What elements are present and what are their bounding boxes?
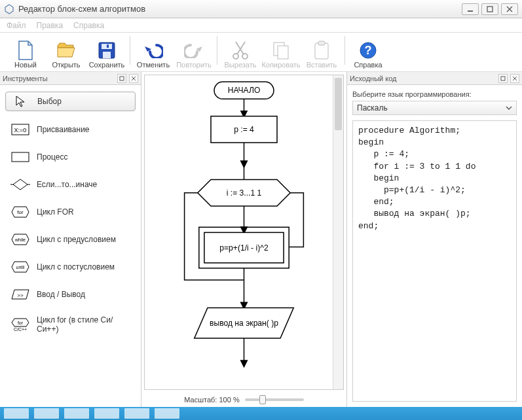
toolbar: Новый Открыть Сохранить Отменить Повтори…: [0, 33, 522, 72]
taskbar-item[interactable]: [155, 408, 179, 419]
open-button[interactable]: Открыть: [46, 39, 86, 70]
svg-rect-17: [120, 77, 124, 80]
toolbar-separator: [345, 36, 345, 65]
tool-label: Цикл с постусловием: [37, 262, 115, 271]
redo-icon: [184, 40, 204, 61]
toolbar-label: Открыть: [52, 61, 80, 69]
window-title: Редактор блок-схем алгоритмов: [18, 4, 145, 14]
maximize-button[interactable]: [481, 3, 498, 15]
tool-io[interactable]: >> Ввод / Вывод: [5, 285, 136, 304]
new-button[interactable]: Новый: [5, 39, 46, 70]
app-icon: [4, 4, 14, 14]
toolbar-separator: [217, 36, 217, 65]
svg-rect-5: [103, 52, 111, 58]
flowchart-canvas[interactable]: НАЧАЛО p := 4 i := 3...1 1 p=p+(1/i - i)…: [144, 75, 344, 390]
zoom-slider-thumb[interactable]: [259, 395, 266, 404]
chevron-down-icon: [506, 106, 512, 110]
taskbar-item[interactable]: [34, 408, 59, 419]
tool-process[interactable]: Процесс: [5, 148, 136, 166]
paste-button[interactable]: Вставить: [301, 39, 342, 70]
taskbar-item[interactable]: [64, 408, 89, 419]
tool-label: Присваивание: [37, 125, 90, 134]
menu-help[interactable]: Справка: [73, 21, 104, 30]
svg-rect-2: [487, 7, 493, 12]
title-bar: Редактор блок-схем алгоритмов: [0, 0, 522, 18]
taskbar-item[interactable]: [4, 408, 29, 419]
svg-text:for: for: [17, 209, 24, 215]
panel-float-button[interactable]: [498, 74, 508, 83]
svg-text:>>: >>: [17, 292, 24, 298]
tool-for-c[interactable]: forC/C++ Цикл for (в стиле Си/Си++): [5, 313, 136, 336]
copy-button[interactable]: Копировать: [261, 39, 301, 70]
tool-for[interactable]: for Цикл FOR: [5, 203, 136, 221]
toolbar-label: Новый: [14, 61, 37, 69]
toolbar-label: Отменить: [137, 61, 170, 69]
svg-rect-48: [501, 77, 505, 80]
taskbar-item[interactable]: [124, 408, 149, 419]
svg-text:until: until: [16, 265, 25, 270]
until-loop-icon: until: [10, 260, 30, 273]
canvas-panel: НАЧАЛО p := 4 i := 3...1 1 p=p+(1/i - i)…: [141, 72, 346, 407]
vertical-scrollbar[interactable]: [333, 75, 343, 389]
file-new-icon: [17, 40, 34, 61]
code-panel-title-text: Исходный код: [350, 75, 397, 82]
scrollbar-thumb[interactable]: [335, 78, 342, 130]
process-icon: [10, 150, 30, 164]
toolbar-label: Вырезать: [225, 61, 257, 69]
language-value: Паскаль: [357, 103, 388, 113]
save-button[interactable]: Сохранить: [86, 39, 127, 70]
help-button[interactable]: ? Справка: [348, 39, 388, 70]
flow-node-start: НАЧАЛО: [228, 86, 261, 95]
source-code[interactable]: procedure Algorithm; begin p := 4; for i…: [352, 120, 517, 402]
help-icon: ?: [359, 40, 377, 61]
tool-label: Выбор: [37, 97, 62, 106]
for-loop-icon: for: [10, 205, 30, 219]
assign-icon: X:=0: [10, 123, 30, 136]
tools-panel-title: Инструменты: [0, 72, 141, 85]
for-c-icon: forC/C++: [10, 318, 30, 331]
tool-assign[interactable]: X:=0 Присваивание: [5, 120, 136, 139]
io-icon: >>: [10, 288, 30, 301]
undo-button[interactable]: Отменить: [133, 39, 174, 70]
taskbar-item[interactable]: [94, 408, 119, 419]
svg-text:X:=0: X:=0: [14, 127, 27, 133]
copy-icon: [272, 40, 290, 61]
tool-while[interactable]: while Цикл с предусловием: [5, 230, 136, 249]
while-loop-icon: while: [10, 233, 30, 246]
svg-rect-20: [12, 152, 29, 162]
tool-label: Цикл с предусловием: [37, 235, 116, 244]
svg-rect-13: [315, 43, 328, 59]
panel-float-button[interactable]: [117, 74, 126, 83]
tool-ifelse[interactable]: Если...то...иначе: [5, 175, 136, 194]
language-label: Выберите язык программирования:: [347, 85, 522, 101]
menu-file[interactable]: Файл: [7, 21, 26, 30]
tool-list: Выбор X:=0 Присваивание Процесс Если...т…: [0, 85, 141, 343]
panel-close-button[interactable]: [129, 74, 138, 83]
zoom-bar: Масштаб: 100 %: [141, 393, 346, 407]
floppy-save-icon: [98, 40, 116, 61]
scissors-icon: [232, 40, 249, 61]
tool-until[interactable]: until Цикл с постусловием: [5, 258, 136, 276]
zoom-slider[interactable]: [245, 398, 304, 401]
tool-label: Процесс: [37, 152, 67, 162]
tool-select[interactable]: Выбор: [5, 92, 136, 111]
svg-text:while: while: [14, 237, 26, 242]
minimize-button[interactable]: [462, 3, 479, 15]
menu-edit[interactable]: Правка: [37, 21, 64, 30]
tool-label: Цикл for (в стиле Си/Си++): [37, 315, 130, 334]
redo-button[interactable]: Повторить: [174, 39, 214, 70]
svg-text:?: ?: [365, 44, 372, 57]
tool-label: Цикл FOR: [37, 207, 74, 217]
toolbar-label: Вставить: [307, 61, 337, 69]
folder-open-icon: [56, 40, 76, 61]
language-select[interactable]: Паскаль: [352, 101, 517, 115]
cut-button[interactable]: Вырезать: [220, 39, 261, 70]
close-button[interactable]: [501, 3, 518, 15]
menu-bar: Файл Правка Справка: [0, 18, 522, 33]
svg-text:for: for: [18, 321, 24, 325]
panel-close-button[interactable]: [510, 74, 519, 83]
tool-label: Ввод / Вывод: [37, 290, 85, 299]
svg-text:C/C++: C/C++: [14, 327, 27, 332]
code-panel: Исходный код Выберите язык программирова…: [346, 72, 522, 407]
zoom-label: Масштаб: 100 %: [184, 396, 239, 404]
